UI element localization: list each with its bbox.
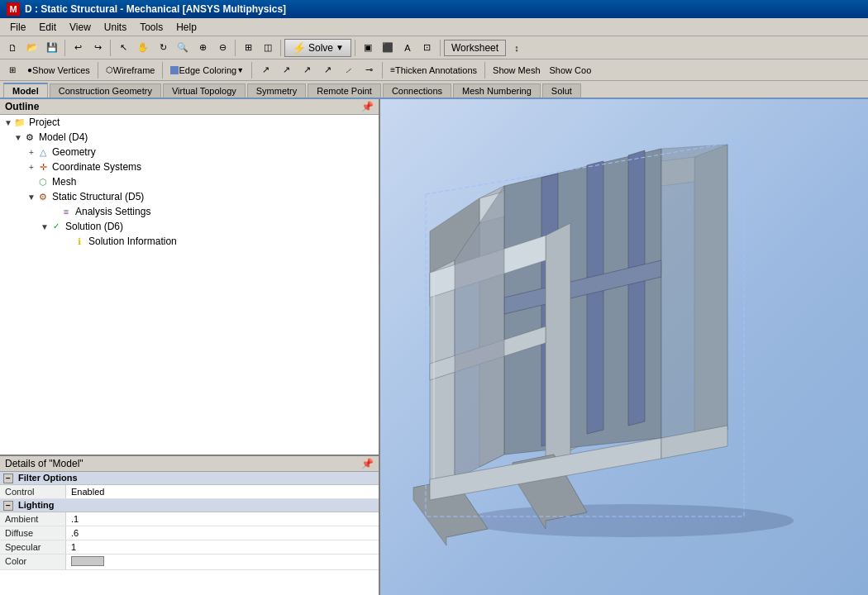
ambient-row: Ambient .1: [0, 512, 379, 526]
menu-item-file[interactable]: File: [3, 20, 32, 35]
ctx-tab-4[interactable]: Remote Point: [308, 83, 381, 98]
details-panel: Details of "Model" 📌 − Filter Options Co…: [0, 455, 379, 595]
tree-item-mesh[interactable]: ⬡ Mesh: [0, 174, 379, 189]
solution-label: Solution (D6): [65, 221, 123, 232]
titlebar: M D : Static Structural - Mechanical [AN…: [0, 0, 868, 18]
menu-item-help[interactable]: Help: [169, 20, 203, 35]
tree-expand-model[interactable]: ▼: [13, 133, 23, 142]
menu-item-view[interactable]: View: [63, 20, 98, 35]
color-swatch[interactable]: [71, 556, 104, 566]
show-mesh-button[interactable]: Show Mesh: [489, 61, 543, 79]
tb-cursor[interactable]: ↕: [508, 39, 526, 57]
tree-item-analysis[interactable]: ≡ Analysis Settings: [0, 204, 379, 219]
coord-icon: ✛: [36, 160, 50, 174]
outline-header: Outline 📌: [0, 99, 379, 115]
diffuse-row: Diffuse .6: [0, 526, 379, 540]
lighting-label: Lighting: [18, 500, 54, 510]
tb-t1[interactable]: ⊞: [3, 61, 21, 79]
specular-value: 1: [66, 540, 379, 554]
tb-save[interactable]: 💾: [43, 39, 61, 57]
filter-control-row: Control Enabled: [0, 485, 379, 499]
coord-label: Coordinate Systems: [52, 161, 141, 173]
tree-expand-coord[interactable]: +: [26, 163, 36, 172]
tb-frm1[interactable]: ▣: [359, 39, 377, 57]
tree-expand-geometry[interactable]: +: [26, 148, 36, 157]
tree-item-static[interactable]: ▼ ⚙ Static Structural (D5): [0, 189, 379, 204]
ctx-tab-3[interactable]: Symmetry: [247, 83, 307, 98]
ctx-tab-7[interactable]: Solut: [542, 83, 581, 98]
tb-new[interactable]: 🗋: [3, 39, 21, 57]
tb-undo[interactable]: ↩: [69, 39, 87, 57]
filter-control-value: Enabled: [66, 485, 379, 498]
viewport[interactable]: [380, 99, 868, 595]
color-row: Color: [0, 555, 379, 570]
sol-info-icon: ℹ: [73, 235, 86, 248]
tb-pan[interactable]: ✋: [134, 39, 152, 57]
thicken-button[interactable]: ≡ Thicken Annotations: [387, 61, 480, 79]
ctx-tab-2[interactable]: Virtual Topology: [163, 83, 246, 98]
filter-options-label: Filter Options: [18, 473, 78, 483]
tb-view1[interactable]: ◫: [259, 39, 277, 57]
analysis-label: Analysis Settings: [75, 206, 150, 217]
tree-expand-static[interactable]: ▼: [26, 193, 36, 202]
solve-dropdown-arrow[interactable]: ▼: [336, 43, 344, 52]
details-header: Details of "Model" 📌: [0, 456, 379, 472]
edge-coloring-arrow[interactable]: ▼: [236, 66, 244, 74]
tree-item-project[interactable]: ▼ 📁 Project: [0, 115, 379, 130]
edge-btn4[interactable]: ↗: [318, 61, 336, 79]
tree-item-geometry[interactable]: + △ Geometry: [0, 145, 379, 159]
solve-button[interactable]: ⚡ Solve ▼: [284, 39, 351, 57]
tb-redo[interactable]: ↪: [88, 39, 107, 57]
ctx-tab-6[interactable]: Mesh Numbering: [453, 83, 541, 98]
tb-zoom-in[interactable]: ⊕: [193, 39, 212, 57]
ctx-tab-0[interactable]: Model: [3, 83, 48, 98]
show-coo-label: Show Coo: [550, 65, 592, 75]
filter-control-label: Control: [0, 485, 66, 498]
ctx-tab-5[interactable]: Connections: [383, 83, 451, 98]
sep-t3: [251, 62, 252, 79]
filter-collapse-btn[interactable]: −: [3, 474, 13, 483]
tb-open[interactable]: 📂: [23, 39, 41, 57]
sep-t5: [484, 62, 485, 79]
edge-btn3[interactable]: ↗: [298, 61, 316, 79]
tree-item-sol-info[interactable]: ℹ Solution Information: [0, 234, 379, 249]
lighting-collapse-btn[interactable]: −: [3, 501, 13, 511]
menu-item-tools[interactable]: Tools: [133, 20, 169, 35]
tb-zoom[interactable]: 🔍: [174, 39, 192, 57]
color-label: Color: [0, 555, 66, 569]
tb-frm4[interactable]: ⊡: [418, 39, 436, 57]
tb-frm3[interactable]: A: [398, 39, 417, 57]
tree-item-coord[interactable]: + ✛ Coordinate Systems: [0, 159, 379, 174]
tb-select[interactable]: ↖: [114, 39, 132, 57]
outline-tree: ▼ 📁 Project ▼ ⚙ Model (D4) + △ Geometry: [0, 115, 379, 249]
show-coo-button[interactable]: Show Coo: [546, 61, 595, 79]
outline-pin-icon[interactable]: 📌: [361, 101, 374, 112]
tb-zoom-out[interactable]: ⊖: [213, 39, 231, 57]
tree-item-model[interactable]: ▼ ⚙ Model (D4): [0, 130, 379, 145]
tb-fit[interactable]: ⊞: [239, 39, 257, 57]
edge-btn5[interactable]: ⟋: [339, 61, 357, 79]
show-mesh-label: Show Mesh: [493, 65, 540, 75]
ambient-label: Ambient: [0, 512, 66, 526]
menu-item-units[interactable]: Units: [98, 20, 133, 35]
menu-item-edit[interactable]: Edit: [32, 20, 63, 35]
worksheet-button[interactable]: Worksheet: [444, 40, 506, 56]
edge-btn1[interactable]: ↗: [256, 61, 274, 79]
tree-item-solution[interactable]: ▼ ✓ Solution (D6): [0, 219, 379, 234]
mesh-label: Mesh: [52, 176, 76, 188]
sep2: [110, 40, 111, 56]
inner-bar-2: [587, 161, 603, 434]
details-pin-icon[interactable]: 📌: [361, 458, 374, 469]
tb-rotate[interactable]: ↻: [154, 39, 172, 57]
wireframe-button[interactable]: ⬡ Wireframe: [103, 61, 159, 79]
context-tabs: ModelConstruction GeometryVirtual Topolo…: [0, 81, 868, 99]
edge-btn2[interactable]: ↗: [277, 61, 295, 79]
show-vertices-button[interactable]: ● Show Vertices: [24, 61, 93, 79]
edge-coloring-button[interactable]: Edge Coloring ▼: [167, 61, 247, 79]
tree-expand-solution[interactable]: ▼: [40, 222, 50, 231]
tree-expand-project[interactable]: ▼: [3, 118, 13, 127]
edge-btn6[interactable]: ⊸: [360, 61, 378, 79]
ctx-tab-1[interactable]: Construction Geometry: [50, 83, 161, 98]
tb-frm2[interactable]: ⬛: [379, 39, 397, 57]
geometry-label: Geometry: [52, 146, 96, 158]
